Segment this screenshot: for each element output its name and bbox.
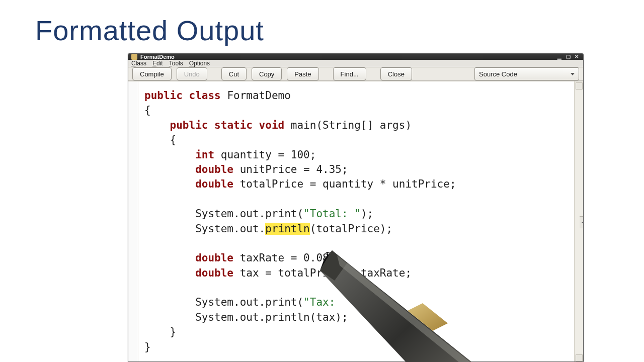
paste-button[interactable]: Paste (287, 67, 318, 80)
editor[interactable]: public class FormatDemo { public static … (128, 81, 583, 362)
highlighted-println: println (265, 223, 310, 235)
stmt: (totalPrice); (310, 223, 392, 235)
stmt: taxRate = 0.08; (233, 252, 335, 264)
kw-void: void (259, 119, 285, 131)
gutter (128, 81, 138, 362)
brace: { (144, 104, 151, 116)
stmt: quantity = 100; (214, 149, 316, 161)
stmt: System.out.print( (195, 296, 303, 308)
kw-double: double (195, 163, 233, 175)
scroll-down-icon[interactable] (576, 354, 583, 361)
kw-double: double (195, 178, 233, 190)
code-area[interactable]: public class FormatDemo { public static … (138, 81, 574, 362)
stmt: ); (361, 208, 373, 220)
slide-title: Formatted Output (35, 14, 264, 47)
titlebar: FormatDemo ▁ ▢ ✕ (128, 54, 583, 60)
string-literal: "Total: " (303, 208, 361, 220)
stmt: System.out.print( (195, 208, 303, 220)
kw-class: class (189, 89, 221, 102)
menu-edit[interactable]: Edit (152, 60, 163, 67)
maximize-icon[interactable]: ▢ (565, 54, 572, 60)
find-button[interactable]: Find... (333, 67, 366, 80)
menubar: Class Edit Tools Options (128, 60, 583, 67)
chevron-down-icon (571, 73, 575, 75)
kw-public2: public (170, 119, 208, 131)
undo-button[interactable]: Undo (177, 67, 207, 80)
brace: } (144, 341, 151, 353)
stmt: System.out.println(tax); (195, 311, 348, 323)
app-window: FormatDemo ▁ ▢ ✕ Class Edit Tools Option… (128, 53, 584, 362)
view-select[interactable]: Source Code (474, 67, 579, 80)
cut-button[interactable]: Cut (221, 67, 247, 80)
brace: } (170, 326, 177, 338)
window-title: FormatDemo (140, 54, 175, 60)
compile-button[interactable]: Compile (132, 67, 172, 80)
brace: { (170, 134, 177, 146)
minimize-icon[interactable]: ▁ (556, 54, 563, 60)
main-sig: main(String[] args) (284, 119, 412, 131)
menu-tools[interactable]: Tools (169, 60, 183, 67)
toolbar: Compile Undo Cut Copy Paste Find... Clos… (128, 67, 583, 81)
menu-class[interactable]: Class (131, 60, 146, 67)
kw-int: int (195, 149, 214, 161)
stmt: ); (361, 296, 373, 308)
string-literal: "Tax: " (303, 296, 361, 308)
kw-static: static (214, 119, 253, 131)
stmt: tax = totalPrice * taxRate; (233, 267, 412, 279)
panel-collapse-handle[interactable]: ◂ (580, 216, 584, 228)
close-button[interactable]: Close (380, 67, 412, 80)
scroll-up-icon[interactable] (576, 82, 583, 89)
menu-options[interactable]: Options (189, 60, 210, 67)
stmt: unitPrice = 4.35; (233, 163, 348, 175)
stmt: System.out. (195, 223, 265, 235)
kw-double: double (195, 252, 233, 264)
view-select-label: Source Code (479, 70, 517, 78)
class-name: FormatDemo (227, 89, 290, 102)
stmt: totalPrice = quantity * unitPrice; (233, 178, 456, 190)
copy-button[interactable]: Copy (252, 67, 282, 80)
kw-double: double (195, 267, 233, 279)
app-icon (131, 54, 137, 60)
kw-public: public (144, 89, 183, 102)
close-icon[interactable]: ✕ (573, 54, 580, 60)
